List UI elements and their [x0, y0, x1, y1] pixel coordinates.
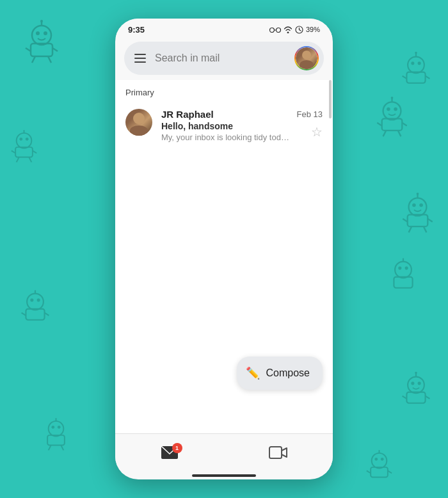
scrollbar-track — [329, 80, 332, 433]
svg-point-44 — [408, 377, 424, 394]
svg-point-0 — [32, 26, 51, 45]
svg-point-65 — [381, 458, 384, 461]
svg-point-80 — [405, 266, 408, 269]
video-nav-icon — [269, 446, 288, 460]
svg-point-42 — [30, 298, 33, 301]
scrollbar-thumb[interactable] — [329, 80, 332, 118]
svg-point-56 — [58, 426, 61, 429]
svg-line-71 — [402, 123, 406, 126]
svg-line-88 — [299, 29, 301, 31]
search-placeholder: Search in mail — [155, 52, 294, 64]
svg-rect-20 — [15, 147, 33, 157]
svg-rect-3 — [31, 44, 52, 56]
svg-point-34 — [419, 204, 423, 207]
svg-point-66 — [383, 102, 401, 120]
svg-point-64 — [374, 458, 378, 461]
status-time: 9:35 — [128, 25, 145, 35]
search-bar[interactable]: Search in mail — [124, 42, 324, 75]
svg-point-37 — [27, 294, 44, 310]
mail-preview: My, your inbox is looking tidy today! — [161, 133, 289, 142]
glasses-icon — [269, 26, 281, 33]
svg-line-14 — [403, 76, 407, 79]
svg-line-5 — [52, 48, 58, 51]
svg-rect-30 — [408, 214, 428, 227]
svg-point-10 — [408, 57, 424, 74]
svg-point-29 — [417, 193, 419, 195]
svg-point-16 — [411, 61, 414, 65]
mail-sender: JR Raphael — [161, 109, 214, 120]
clock-icon — [295, 26, 303, 34]
svg-point-81 — [269, 28, 274, 33]
svg-line-70 — [377, 123, 381, 126]
svg-point-72 — [387, 108, 390, 111]
svg-line-49 — [426, 396, 430, 399]
battery-level: 39% — [306, 26, 320, 33]
svg-line-63 — [388, 470, 392, 473]
svg-point-23 — [19, 138, 22, 141]
section-label-primary: Primary — [115, 80, 333, 101]
wifi-icon — [284, 26, 292, 33]
svg-line-41 — [45, 313, 49, 316]
home-indicator[interactable] — [192, 474, 256, 477]
svg-line-31 — [403, 219, 407, 222]
svg-line-48 — [403, 396, 407, 399]
svg-rect-61 — [371, 467, 388, 478]
svg-point-27 — [409, 198, 427, 216]
mail-item[interactable]: JR Raphael Feb 13 Hello, handsome My, yo… — [115, 101, 333, 150]
svg-point-2 — [40, 20, 43, 22]
svg-line-15 — [426, 76, 430, 79]
svg-rect-90 — [269, 447, 282, 458]
svg-rect-47 — [406, 392, 425, 403]
bottom-nav: 1 — [115, 433, 333, 474]
svg-point-17 — [418, 61, 421, 65]
svg-point-73 — [394, 108, 397, 111]
compose-label: Compose — [266, 367, 310, 379]
svg-line-7 — [48, 56, 51, 63]
svg-line-75 — [398, 131, 401, 136]
svg-point-9 — [44, 31, 47, 35]
mail-date: Feb 13 — [297, 109, 323, 119]
svg-point-59 — [372, 453, 387, 469]
nav-item-meet[interactable] — [269, 446, 288, 460]
svg-line-57 — [49, 446, 51, 451]
svg-line-4 — [26, 48, 31, 51]
user-avatar-button[interactable] — [294, 46, 319, 70]
svg-rect-13 — [406, 72, 425, 83]
mail-header: JR Raphael Feb 13 — [161, 109, 323, 120]
nav-item-mail[interactable]: 1 — [161, 446, 179, 460]
mail-content-area: Primary JR Raphael Feb 13 Hello, handsom… — [115, 80, 333, 433]
svg-line-26 — [29, 157, 31, 163]
sender-avatar — [125, 109, 152, 136]
svg-point-79 — [398, 266, 401, 269]
svg-line-32 — [428, 219, 432, 222]
svg-line-25 — [17, 157, 19, 163]
svg-line-36 — [424, 227, 427, 232]
svg-point-18 — [17, 133, 32, 149]
phone-frame: 9:35 39% — [115, 19, 333, 479]
svg-point-50 — [411, 382, 414, 385]
hamburger-menu-button[interactable] — [134, 54, 146, 63]
pencil-icon: ✏️ — [246, 366, 260, 380]
svg-point-68 — [391, 97, 394, 99]
svg-rect-78 — [394, 277, 412, 288]
svg-point-46 — [415, 372, 417, 374]
compose-button[interactable]: ✏️ Compose — [237, 357, 323, 390]
svg-line-40 — [22, 313, 26, 316]
avatar-image — [296, 47, 317, 69]
svg-line-21 — [12, 150, 15, 153]
svg-line-22 — [33, 150, 36, 153]
star-button[interactable]: ☆ — [311, 124, 323, 140]
mail-body: JR Raphael Feb 13 Hello, handsome My, yo… — [161, 109, 323, 142]
svg-point-55 — [51, 426, 54, 429]
svg-point-43 — [37, 298, 40, 301]
svg-point-82 — [276, 28, 280, 33]
svg-line-58 — [61, 446, 63, 451]
svg-rect-39 — [26, 309, 44, 320]
status-icons: 39% — [269, 26, 320, 34]
svg-line-35 — [409, 227, 412, 232]
mail-nav-icon: 1 — [161, 446, 179, 460]
svg-point-24 — [26, 138, 29, 141]
svg-rect-69 — [382, 118, 403, 131]
svg-line-74 — [383, 131, 387, 136]
svg-line-6 — [32, 56, 35, 63]
